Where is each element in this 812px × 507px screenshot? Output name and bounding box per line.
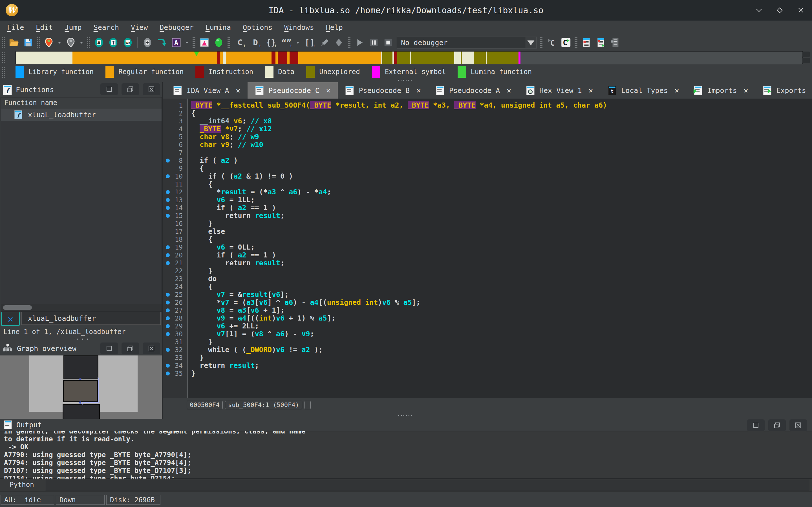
tab-exports[interactable]: Exports✕ <box>755 82 812 99</box>
code-line[interactable]: 17 else <box>163 228 812 235</box>
code-line[interactable]: 30 v7[1] = (v8 ^ a6) - v9; <box>163 330 812 338</box>
code-line[interactable]: 12 *result = (*a3 ^ a6) - *a4; <box>163 188 812 196</box>
tab-pseudocode-c[interactable]: Pseudocode-C✕ <box>248 82 338 99</box>
nav-band-segment[interactable] <box>278 52 287 64</box>
nav-band-segment[interactable] <box>290 52 298 64</box>
code-line[interactable]: 1_BYTE *__fastcall sub_500F4(_BYTE *resu… <box>163 101 812 109</box>
maximize-icon[interactable] <box>774 4 785 16</box>
drag-handle-icon[interactable] <box>2 52 5 64</box>
close-panel-button[interactable] <box>143 342 160 354</box>
pseudocode-view[interactable]: 1_BYTE *__fastcall sub_500F4(_BYTE *resu… <box>163 99 812 398</box>
column-header-function-name[interactable]: Function name <box>1 98 161 108</box>
code-line[interactable]: 25 v7 = &result[v6]; <box>163 291 812 298</box>
tab-hex-view-1[interactable]: Hex View-1✕ <box>518 82 600 99</box>
drag-handle-icon[interactable] <box>2 66 5 78</box>
code-line[interactable]: 26 *v7 = (a3[v6] ^ a6) - a4[(unsigned in… <box>163 298 812 306</box>
toolbar-diamond-icon[interactable] <box>333 36 345 49</box>
graph-overview-preview[interactable] <box>0 355 162 419</box>
tab-ida-view-a[interactable]: IDA View-A✕ <box>166 82 248 99</box>
nav-band-segment[interactable] <box>462 52 474 64</box>
tab-close-icon[interactable]: ✕ <box>326 86 331 95</box>
close-panel-button[interactable] <box>143 83 160 95</box>
maximize-panel-button[interactable] <box>747 419 765 431</box>
toolbar-jump-pin-icon[interactable] <box>43 36 55 49</box>
toolbar-pencil-icon[interactable] <box>319 36 331 49</box>
output-log[interactable]: In general, the decompiler checks the se… <box>0 431 812 478</box>
toolbar-jump-pin-gray-icon[interactable] <box>65 36 77 49</box>
code-line[interactable]: 31 } <box>163 338 812 346</box>
code-line[interactable]: 34 return result; <box>163 362 812 370</box>
code-line[interactable]: 15 return result; <box>163 212 812 220</box>
toolbar-caret-icon[interactable] <box>79 36 84 49</box>
code-line[interactable]: 20 if ( a2 == 1 ) <box>163 251 812 259</box>
toolbar-d-plus-icon[interactable]: D+ <box>249 36 262 49</box>
tab-close-icon[interactable]: ✕ <box>589 86 593 95</box>
code-line[interactable]: 22 } <box>163 267 812 275</box>
toolbar-stop-icon[interactable] <box>382 36 394 49</box>
toolbar-green-oval-icon[interactable] <box>213 36 225 49</box>
code-line[interactable]: 24 { <box>163 283 812 291</box>
menu-help[interactable]: Help <box>320 20 349 34</box>
tab-close-icon[interactable]: ✕ <box>507 86 511 95</box>
nav-band-segment[interactable] <box>382 52 393 64</box>
tab-close-icon[interactable]: ✕ <box>744 86 748 95</box>
tab-imports[interactable]: Imports✕ <box>686 82 755 99</box>
toolbar-play-icon[interactable] <box>354 36 365 49</box>
python-command-input[interactable] <box>45 480 809 491</box>
toolbar-oval-hash-icon[interactable]: # <box>93 36 105 49</box>
toolbar-oval-text-icon[interactable]: T <box>107 36 119 49</box>
menu-debugger[interactable]: Debugger <box>154 20 199 34</box>
toolbar-list-red-icon[interactable] <box>580 36 592 49</box>
clear-filter-button[interactable]: ✕ <box>1 312 20 326</box>
horizontal-scrollbar[interactable] <box>1 304 161 312</box>
tab-local-types[interactable]: tLocal Types✕ <box>600 82 686 99</box>
code-line[interactable]: 3 __int64 v6; // x8 <box>163 117 812 125</box>
nav-band-segment[interactable] <box>394 52 397 64</box>
navigation-band[interactable] <box>15 51 803 64</box>
menu-edit[interactable]: Edit <box>30 20 59 34</box>
code-line[interactable]: 21 return result; <box>163 259 812 267</box>
maximize-panel-button[interactable] <box>100 83 118 95</box>
toolbar-debugger-combo-icon[interactable]: No debugger <box>397 37 537 48</box>
code-line[interactable]: 28 v9 = a4[((int)v6 + 1) % a5]; <box>163 314 812 322</box>
output-splitter[interactable] <box>163 412 812 419</box>
graph-node[interactable] <box>63 355 98 379</box>
menu-jump[interactable]: Jump <box>59 20 87 34</box>
nav-band-segment[interactable] <box>454 52 460 64</box>
nav-band-segment[interactable] <box>397 52 410 64</box>
nav-band-segment[interactable] <box>275 52 278 64</box>
menu-file[interactable]: File <box>1 20 30 34</box>
code-line[interactable]: 6 char v9; // w10 <box>163 141 812 149</box>
nav-scroll-down-button[interactable] <box>802 58 810 63</box>
toolbar-quote-plus-icon[interactable]: “”+ <box>280 36 293 49</box>
close-icon[interactable] <box>795 4 806 16</box>
toolbar-oval-binary-icon[interactable]: 010 <box>122 36 134 49</box>
toolbar-save-icon[interactable] <box>22 36 34 49</box>
nav-band-segment[interactable] <box>518 52 520 64</box>
nav-band-segment[interactable] <box>298 52 381 64</box>
code-line[interactable]: 14 if ( a2 == 1 ) <box>163 204 812 212</box>
menu-options[interactable]: Options <box>237 20 278 34</box>
tab-close-icon[interactable]: ✕ <box>416 86 421 95</box>
float-panel-button[interactable] <box>768 419 786 431</box>
code-line[interactable]: 19 v6 = 0LL; <box>163 243 812 251</box>
nav-band-segment[interactable] <box>220 52 223 64</box>
toolbar-list-red-plus-icon[interactable] <box>595 36 607 49</box>
toolbar-open-folder-icon[interactable] <box>8 36 20 49</box>
float-panel-button[interactable] <box>121 342 139 354</box>
debugger-select[interactable]: No debugger <box>397 37 525 48</box>
toolbar-struct-a-icon[interactable]: A <box>170 36 182 49</box>
toolbar-caret-icon[interactable] <box>57 36 62 49</box>
graph-node[interactable] <box>63 404 100 419</box>
code-line[interactable]: 32 while ( (_DWORD)v6 != a2 ); <box>163 346 812 354</box>
toolbar-caret-icon[interactable] <box>296 36 301 49</box>
tab-pseudocode-b[interactable]: Pseudocode-B✕ <box>338 82 428 99</box>
code-line[interactable]: 8 if ( a2 ) <box>163 157 812 165</box>
tab-close-icon[interactable]: ✕ <box>236 86 241 95</box>
code-line[interactable]: 2{ <box>163 109 812 117</box>
nav-band-segment[interactable] <box>226 52 271 64</box>
toolbar-flag-box-icon[interactable] <box>199 36 210 49</box>
nav-scroll-up-button[interactable] <box>802 52 810 57</box>
minimize-icon[interactable] <box>753 4 765 16</box>
splitter-handle[interactable] <box>73 338 88 340</box>
